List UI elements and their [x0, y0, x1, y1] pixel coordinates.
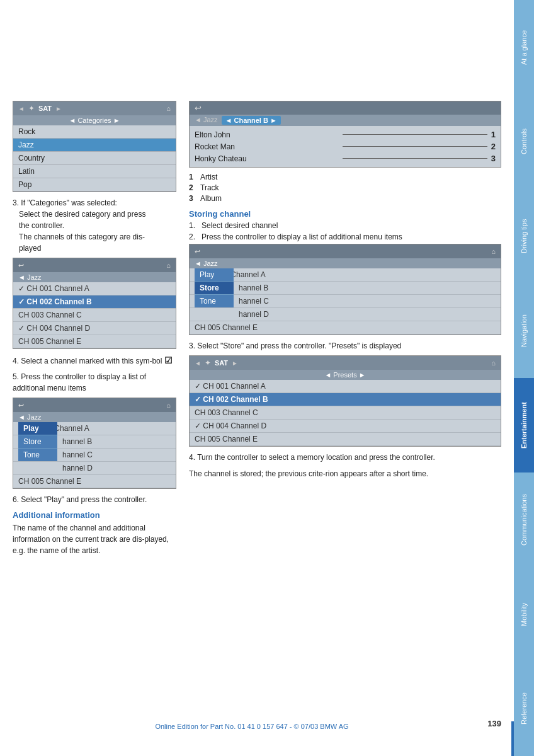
- step3-right-text: 3. Select "Store" and press the controll…: [189, 340, 501, 352]
- info-back: ↩: [195, 103, 202, 113]
- item-album: 3 Album: [189, 194, 501, 203]
- page-number: 139: [487, 719, 501, 728]
- footer: Online Edition for Part No. 01 41 0 157 …: [13, 721, 491, 731]
- ch003-c[interactable]: CH 003 Channel C: [13, 309, 176, 322]
- sidebar-item-controls[interactable]: Controls: [514, 94, 534, 189]
- step3-line3: the controller.: [19, 221, 64, 230]
- popup-store-item[interactable]: Store: [18, 435, 57, 449]
- step3-line2: Select the desired category and press: [19, 210, 145, 219]
- step4-text: 4. Select a channel marked with this sym…: [13, 354, 176, 367]
- screen1-sat: ◄ ✦ SAT ► ⌂ ◄ Categories ► Rock Jazz Cou…: [13, 101, 176, 192]
- ch005-e[interactable]: CH 005 Channel E: [13, 335, 176, 348]
- side-navigation: At a glance Controls Driving tips Naviga…: [514, 0, 534, 756]
- s3-hannel-d[interactable]: hannel D: [13, 462, 176, 475]
- sat-label: SAT: [38, 105, 52, 112]
- store-popup-menu: Play Store Tone: [195, 268, 234, 307]
- category-jazz[interactable]: Jazz: [13, 139, 176, 152]
- screen4-home: ⌂: [491, 248, 496, 255]
- screen2-header: ↩ ⌂: [13, 258, 176, 272]
- screen4-wrapper: ↩ ⌂ ◄ Jazz ✓ CH 001 Channel A hannel B h…: [189, 244, 501, 335]
- screen4-header: ↩ ⌂: [190, 244, 501, 258]
- footer-link[interactable]: Online Edition for Part No. 01 41 0 157 …: [155, 723, 348, 730]
- s4-popup-store[interactable]: Store: [195, 282, 234, 295]
- step4-right-text: 4. Turn the controller to select a memor…: [189, 452, 501, 463]
- popup-tone-item[interactable]: Tone: [18, 449, 57, 461]
- step3r-body: Select "Store" and press the controller.…: [197, 341, 401, 350]
- storing-step1: 1. Select desired channel: [189, 221, 501, 230]
- s5-sat-icon: ✦: [205, 358, 211, 367]
- back-arrow-left: ◄: [18, 105, 25, 112]
- sidebar-item-driving[interactable]: Driving tips: [514, 189, 534, 284]
- s5-home: ⌂: [491, 359, 496, 367]
- sidebar-item-navigation[interactable]: Navigation: [514, 284, 534, 378]
- step5-text: 5. Press the controller to display a lis…: [13, 371, 176, 394]
- p-ch004[interactable]: ✓ CH 004 Channel D: [190, 420, 501, 433]
- sidebar-item-communications[interactable]: Communications: [514, 472, 534, 567]
- sidebar-item-entertainment[interactable]: Entertainment: [514, 378, 534, 472]
- ch004-d[interactable]: ✓ CH 004 Channel D: [13, 322, 176, 335]
- screen5-body: ✓ CH 001 Channel A ✓ CH 002 Channel B CH…: [190, 380, 501, 446]
- p-ch001[interactable]: ✓ CH 001 Channel A: [190, 380, 501, 393]
- info-row-honky: Honky Chateau 3: [195, 152, 496, 164]
- categories-subheader: ◄ Categories ►: [13, 115, 176, 125]
- screen2-wrapper: ↩ ⌂ ◄ Jazz ✓ CH 001 Channel A ✓ CH 002 C…: [13, 258, 176, 349]
- screen3-body: ✓ CH 001 Channel A hannel B hannel C han…: [13, 422, 176, 488]
- numbered-items-list: 1 Artist 2 Track 3 Album: [189, 173, 501, 203]
- storing-step2: 2. Press the controller to display a lis…: [189, 232, 501, 241]
- sidebar-item-mobility[interactable]: Mobility: [514, 567, 534, 662]
- final-paragraph: The channel is stored; the previous crit…: [189, 468, 501, 479]
- step3-line4: The channels of this category are dis-: [19, 232, 145, 241]
- step3-num: 3.: [13, 198, 19, 207]
- ch002-b[interactable]: ✓ CH 002 Channel B: [13, 295, 176, 309]
- category-pop[interactable]: Pop: [13, 178, 176, 192]
- screen3-play-popup: ↩ ⌂ ◄ Jazz ✓ CH 001 Channel A hannel B h…: [13, 398, 176, 489]
- step5-num: 5.: [13, 372, 19, 381]
- forward-arrow: ►: [55, 105, 62, 112]
- s4-ch001[interactable]: ✓ CH 001 Channel A: [190, 268, 501, 282]
- s4-popup-tone[interactable]: Tone: [195, 295, 234, 307]
- screen2-back: ↩: [18, 261, 24, 270]
- sidebar-item-reference[interactable]: Reference: [514, 662, 534, 756]
- storing-channel-title: Storing channel: [189, 209, 501, 219]
- s4-ch005[interactable]: CH 005 Channel E: [190, 321, 501, 335]
- screen2-jazz: ↩ ⌂ ◄ Jazz ✓ CH 001 Channel A ✓ CH 002 C…: [13, 258, 176, 349]
- ch001-a[interactable]: ✓ CH 001 Channel A: [13, 282, 176, 295]
- screen1-wrapper: ◄ ✦ SAT ► ⌂ ◄ Categories ► Rock Jazz Cou…: [13, 101, 176, 192]
- footer-bar: [511, 721, 514, 756]
- left-column: ◄ ✦ SAT ► ⌂ ◄ Categories ► Rock Jazz Cou…: [13, 101, 176, 556]
- item-artist: 1 Artist: [189, 173, 501, 181]
- s4-hannel-c[interactable]: hannel C: [190, 295, 501, 308]
- popup-play-item[interactable]: Play: [18, 422, 57, 435]
- screen2-body: ✓ CH 001 Channel A ✓ CH 002 Channel B CH…: [13, 282, 176, 348]
- screen5-wrapper: ◄ ✦ SAT ► ⌂ ◄ Presets ► ✓ CH 001 Channel…: [189, 355, 501, 447]
- storing-steps: 1. Select desired channel 2. Press the c…: [189, 221, 501, 241]
- category-country[interactable]: Country: [13, 152, 176, 165]
- step3-line1: If "Categories" was selected:: [21, 198, 117, 207]
- category-rock[interactable]: Rock: [13, 125, 176, 139]
- screen4-jazz-label: ◄ Jazz: [190, 258, 501, 268]
- p-ch002[interactable]: ✓ CH 002 Channel B: [190, 393, 501, 406]
- item-track: 2 Track: [189, 183, 501, 192]
- info-screen-header: ↩: [190, 101, 501, 115]
- addl-info-text: The name of the channel and additional i…: [13, 522, 176, 556]
- s3-ch005[interactable]: CH 005 Channel E: [13, 475, 176, 488]
- info-screen-body: Elton John 1 Rocket Man 2 Honky Chateau …: [190, 126, 501, 167]
- screen2-jazz-label: ◄ Jazz: [13, 272, 176, 282]
- addl-info-title: Additional information: [13, 510, 176, 520]
- step4r-num: 4.: [189, 453, 195, 462]
- p-ch005[interactable]: CH 005 Channel E: [190, 433, 501, 446]
- screen3-home: ⌂: [166, 401, 171, 409]
- s4-hannel-d[interactable]: hannel D: [190, 308, 501, 321]
- p-ch003[interactable]: CH 003 Channel C: [190, 406, 501, 420]
- screen5-header: ◄ ✦ SAT ► ⌂: [190, 356, 501, 370]
- step3-line5: played: [19, 244, 41, 253]
- step3-text: 3. If "Categories" was selected: Select …: [13, 197, 176, 254]
- info-screen: ↩ ◄ Jazz ◄ Channel B ► Elton John 1 Rock…: [189, 101, 501, 168]
- s4-hannel-b[interactable]: hannel B: [190, 282, 501, 295]
- sidebar-item-at-glance[interactable]: At a glance: [514, 0, 534, 94]
- home-icon: ⌂: [166, 105, 171, 112]
- s4-popup-play[interactable]: Play: [195, 268, 234, 282]
- screen5-presets: ◄ ✦ SAT ► ⌂ ◄ Presets ► ✓ CH 001 Channel…: [189, 355, 501, 447]
- category-latin[interactable]: Latin: [13, 165, 176, 178]
- right-column: ↩ ◄ Jazz ◄ Channel B ► Elton John 1 Rock…: [189, 101, 501, 556]
